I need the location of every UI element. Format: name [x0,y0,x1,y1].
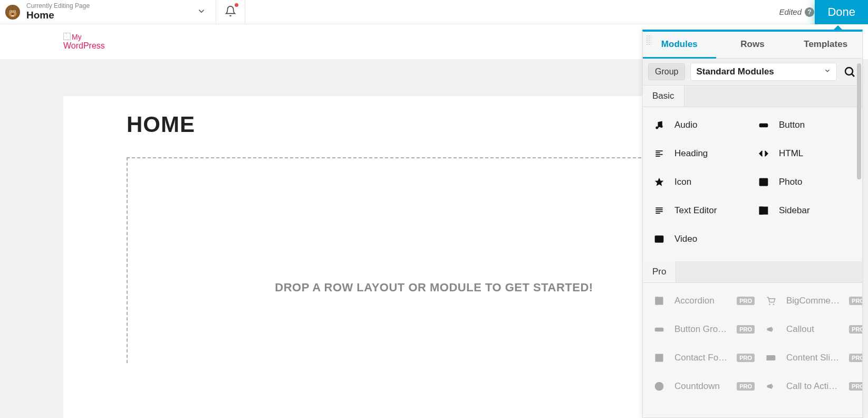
edited-status: Edited [779,7,802,16]
page-switcher[interactable]: Currently Editing Page Home [0,0,216,24]
beaver-builder-icon [4,4,21,21]
top-toolbar: Currently Editing Page Home Edited ? Don… [0,0,868,24]
svg-rect-7 [12,15,12,16]
chevron-down-icon[interactable] [197,6,206,18]
page-title: Home [26,10,90,21]
notification-dot [235,3,238,7]
svg-point-6 [12,13,14,15]
svg-point-5 [14,11,15,12]
help-icon[interactable]: ? [805,7,814,17]
notifications-area [216,0,245,24]
svg-rect-8 [13,15,13,16]
svg-point-4 [10,11,11,12]
bell-icon[interactable] [225,5,236,19]
done-button[interactable]: Done [815,0,868,24]
editing-subtitle: Currently Editing Page [26,3,90,10]
toolbar-right: Edited ? Done [779,0,868,24]
